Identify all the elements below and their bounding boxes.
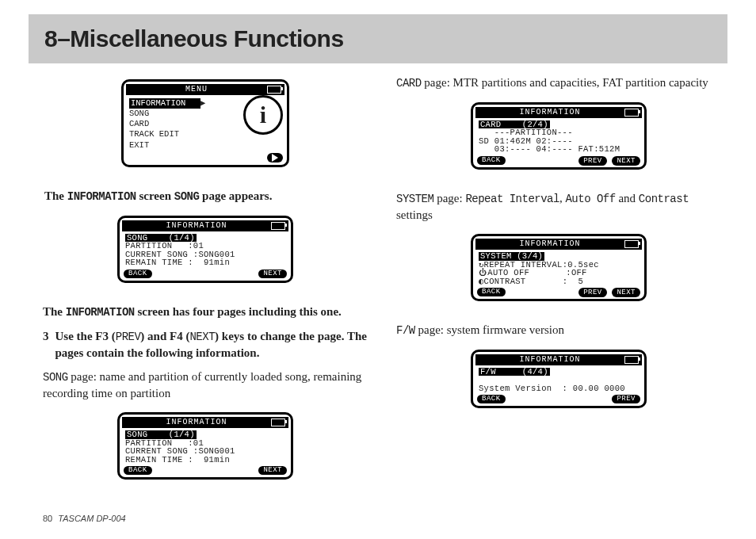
left-column: MENU INFORMATION▶ SONG CARD TRACK EDIT E…	[43, 75, 368, 492]
lcd-card-screen: INFORMATION CARD (2/4) ---PARTITION--- S…	[471, 102, 647, 170]
softkey-next: NEXT	[258, 270, 287, 278]
lcd-song-screen-2: INFORMATION SONG (1/4) PARTITION :01 CUR…	[117, 412, 293, 480]
card-page-desc: CARD page: MTR partitions and capacities…	[396, 75, 721, 91]
battery-icon	[624, 109, 639, 117]
softkey-prev: PREV	[612, 395, 640, 403]
header-title-wrap: 8–Miscellaneous Functions	[29, 14, 727, 63]
battery-icon	[267, 86, 281, 94]
softkey-play	[267, 153, 283, 162]
battery-icon	[271, 222, 285, 230]
chapter-title: 8–Miscellaneous Functions	[44, 25, 344, 52]
caption-2: The INFORMATION screen has four pages in…	[43, 304, 368, 320]
lcd-song-screen-1: INFORMATION SONG (1/4) PARTITION :01 CUR…	[117, 216, 293, 283]
softkey-prev: PREV	[578, 156, 607, 166]
menu-item-track-edit: TRACK EDIT	[129, 129, 179, 139]
softkey-back: BACK	[124, 270, 152, 278]
softkey-back: BACK	[477, 156, 506, 165]
info-icon: i	[243, 95, 283, 135]
menu-item-information: INFORMATION	[129, 98, 200, 109]
battery-icon	[624, 240, 639, 248]
song-page-desc: SONG page: name and partition of current…	[43, 369, 368, 401]
right-column: CARD page: MTR partitions and capacities…	[396, 75, 721, 492]
lcd-titlebar: MENU	[126, 84, 284, 95]
lcd-fw-screen: INFORMATION F/W (4/4) System Version : 0…	[471, 350, 647, 409]
lcd-menu-screen: MENU INFORMATION▶ SONG CARD TRACK EDIT E…	[121, 79, 289, 167]
menu-item-song: SONG	[129, 109, 149, 118]
battery-icon	[271, 419, 285, 426]
menu-item-exit: EXIT	[129, 140, 149, 150]
lcd-system-screen: INFORMATION SYSTEM (3/4) ↻REPEAT INTERVA…	[471, 234, 647, 301]
softkey-back: BACK	[124, 466, 152, 475]
softkey-back: BACK	[477, 288, 506, 296]
header-gutter	[0, 14, 29, 63]
menu-item-card: CARD	[129, 119, 149, 128]
system-page-desc: SYSTEM page: Repeat Interval, Auto Off a…	[396, 190, 721, 223]
page-footer: 80 TASCAM DP-004	[43, 514, 126, 523]
fw-page-desc: F/W page: system firmware version	[396, 322, 721, 338]
battery-icon	[624, 356, 639, 364]
softkey-prev: PREV	[578, 288, 607, 297]
step-3: 3 Use the F3 (PREV) and F4 (NEXT) keys t…	[43, 328, 368, 361]
softkey-back: BACK	[477, 395, 506, 403]
caption-1: The INFORMATION screen SONG page appears…	[43, 188, 368, 205]
softkey-next: NEXT	[258, 466, 287, 475]
softkey-next: NEXT	[612, 288, 640, 297]
softkey-next: NEXT	[612, 156, 640, 166]
chapter-header: 8–Miscellaneous Functions	[0, 14, 727, 63]
